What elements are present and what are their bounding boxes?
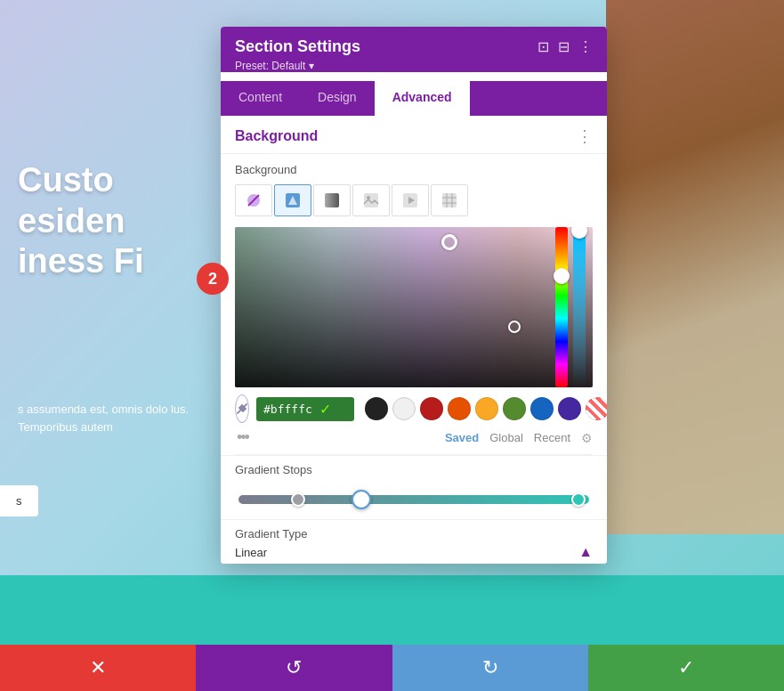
more-swatches-button[interactable]: •••: [235, 428, 248, 447]
hex-confirm-icon[interactable]: ✓: [319, 401, 331, 418]
bg-type-none[interactable]: [235, 184, 272, 216]
swatch-transparent[interactable]: [586, 397, 607, 420]
close-icon: ✕: [90, 656, 106, 679]
gradient-type-section: Gradient Type Linear ▲: [221, 519, 607, 564]
panel-tabs: Content Design Advanced: [221, 81, 607, 116]
color-picker-area[interactable]: [235, 227, 593, 387]
redo-icon: ↻: [482, 656, 498, 679]
color-tab-saved[interactable]: Saved: [445, 431, 479, 444]
hex-row: #bffffc ✓: [221, 387, 607, 427]
section-title: Background: [235, 128, 318, 144]
hue-slider[interactable]: [555, 227, 568, 387]
picker-cursor[interactable]: [508, 321, 521, 333]
undo-icon: ↺: [286, 656, 302, 679]
svg-rect-3: [325, 193, 339, 207]
tab-content[interactable]: Content: [221, 81, 300, 116]
color-tab-recent[interactable]: Recent: [534, 431, 570, 444]
undo-button[interactable]: ↺: [196, 645, 392, 691]
hue-slider-thumb[interactable]: [554, 268, 570, 284]
section-settings-panel: Section Settings ⊡ ⊟ ⋮ Preset: Default ▾…: [221, 27, 607, 564]
page-hero-text: Custo esiden iness Fi: [18, 160, 144, 282]
swatch-orange[interactable]: [448, 397, 471, 420]
swatch-yellow[interactable]: [475, 397, 498, 420]
swatch-blue[interactable]: [530, 397, 554, 420]
tab-advanced[interactable]: Advanced: [375, 81, 470, 116]
panel-header-top: Section Settings ⊡ ⊟ ⋮: [235, 37, 593, 56]
gradient-stops-label: Gradient Stops: [235, 463, 593, 476]
save-button[interactable]: ✓: [588, 645, 784, 691]
gradient-stop-right[interactable]: [571, 492, 586, 507]
columns-icon[interactable]: ⊟: [558, 38, 570, 55]
bg-label-row: Background: [221, 154, 607, 181]
eyedropper-button[interactable]: [235, 394, 249, 423]
hex-value: #bffffc: [263, 402, 312, 416]
alpha-slider[interactable]: [573, 227, 586, 387]
gradient-stops-track[interactable]: [238, 495, 589, 504]
gradient-type-value: Linear: [235, 546, 267, 559]
swatch-red[interactable]: [420, 397, 443, 420]
bg-type-pattern[interactable]: [431, 184, 468, 216]
redo-button[interactable]: ↻: [392, 645, 588, 691]
top-picker-thumb[interactable]: [441, 234, 457, 250]
bottom-toolbar: ✕ ↺ ↻ ✓: [0, 645, 784, 691]
page-subtext: s assumenda est, omnis dolo lus. Tempori…: [18, 401, 231, 435]
gradient-type-label: Gradient Type: [235, 527, 593, 541]
gradient-stop-left[interactable]: [291, 492, 305, 507]
color-tabs: Saved Global Recent ⚙: [445, 431, 593, 445]
swatch-black[interactable]: [365, 397, 388, 420]
hex-input[interactable]: #bffffc ✓: [256, 397, 354, 421]
swatch-purple[interactable]: [558, 397, 581, 420]
color-bottom-row: ••• Saved Global Recent ⚙: [221, 427, 607, 454]
panel-header-icons: ⊡ ⊟ ⋮: [537, 38, 593, 55]
alpha-slider-thumb[interactable]: [571, 227, 587, 239]
gradient-type-arrow-icon[interactable]: ▲: [578, 544, 593, 560]
gradient-stop-center[interactable]: [352, 490, 371, 509]
tab-design[interactable]: Design: [300, 81, 375, 116]
bg-type-gradient[interactable]: [313, 184, 351, 216]
bg-label: Background: [235, 163, 296, 176]
panel-body: Background ⋮ Background: [221, 116, 607, 564]
color-settings-icon[interactable]: ⚙: [581, 431, 593, 445]
section-header: Background ⋮: [221, 116, 607, 154]
panel-title: Section Settings: [235, 37, 360, 56]
gradient-stops-slider[interactable]: [235, 484, 593, 516]
more-icon[interactable]: ⋮: [578, 38, 593, 55]
svg-rect-4: [364, 193, 378, 207]
expand-icon[interactable]: ⊡: [537, 38, 549, 55]
swatch-white[interactable]: [392, 397, 416, 420]
color-swatches: [365, 397, 607, 420]
panel-header: Section Settings ⊡ ⊟ ⋮ Preset: Default ▾: [221, 27, 607, 72]
right-image: [606, 0, 784, 534]
section-menu-icon[interactable]: ⋮: [577, 126, 593, 146]
bg-type-color[interactable]: [274, 184, 311, 216]
bg-type-row: [221, 181, 607, 224]
color-tab-global[interactable]: Global: [489, 431, 523, 444]
close-button[interactable]: ✕: [0, 645, 196, 691]
svg-rect-8: [442, 193, 457, 207]
badge-2: 2: [197, 263, 229, 295]
save-icon: ✓: [678, 656, 694, 679]
gradient-canvas[interactable]: [235, 227, 593, 387]
gradient-type-value-row: Linear ▲: [235, 544, 593, 560]
gradient-stops-section: Gradient Stops: [221, 455, 607, 519]
left-page-button[interactable]: s: [0, 485, 38, 516]
preset-label[interactable]: Preset: Default ▾: [235, 60, 593, 72]
bg-type-image[interactable]: [352, 184, 390, 216]
swatch-green[interactable]: [503, 397, 526, 420]
bg-type-video[interactable]: [392, 184, 429, 216]
